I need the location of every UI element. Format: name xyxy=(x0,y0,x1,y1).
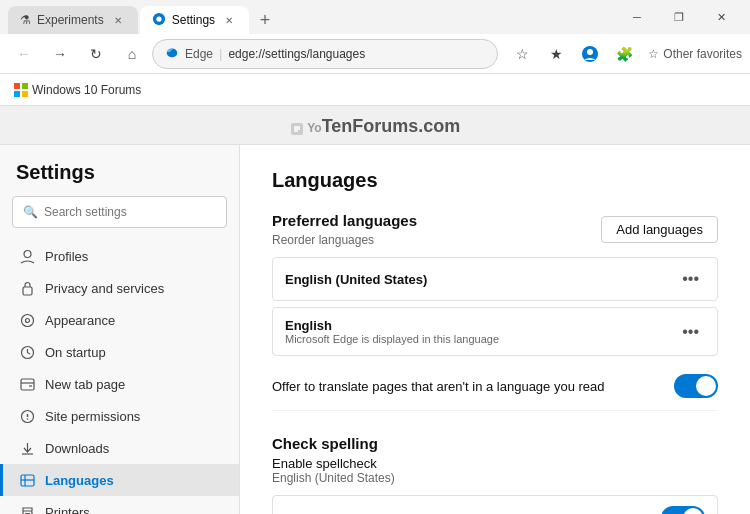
edge-logo-small xyxy=(165,45,179,62)
windows-logo-icon xyxy=(14,83,28,97)
sidebar-item-printers-label: Printers xyxy=(45,505,90,515)
windows-forums-bookmark[interactable]: Windows 10 Forums xyxy=(10,81,145,99)
add-languages-button[interactable]: Add languages xyxy=(601,216,718,243)
other-favorites-label: Other favorites xyxy=(663,47,742,61)
collections-button[interactable]: ★ xyxy=(540,38,572,70)
languages-icon xyxy=(19,472,35,488)
new-tab-button[interactable]: + xyxy=(251,6,279,34)
sidebar-item-profiles-label: Profiles xyxy=(45,249,88,264)
sidebar-item-downloads[interactable]: Downloads xyxy=(0,432,239,464)
language-more-button-en[interactable]: ••• xyxy=(676,321,705,343)
translate-toggle[interactable] xyxy=(674,374,718,398)
settings-tab-label: Settings xyxy=(172,13,215,27)
language-more-button-en-us[interactable]: ••• xyxy=(676,268,705,290)
sidebar-item-privacy[interactable]: Privacy and services xyxy=(0,272,239,304)
home-button[interactable]: ⌂ xyxy=(116,38,148,70)
svg-rect-14 xyxy=(23,287,32,295)
language-name-en-us: English (United States) xyxy=(285,272,427,287)
permissions-icon xyxy=(19,408,35,424)
windows-forums-label: Windows 10 Forums xyxy=(32,83,141,97)
page-title: Languages xyxy=(272,169,718,192)
sidebar-item-languages-label: Languages xyxy=(45,473,114,488)
translate-toggle-thumb xyxy=(696,376,716,396)
enable-spellcheck-subtitle: English (United States) xyxy=(272,471,718,485)
experiments-tab-close[interactable]: ✕ xyxy=(110,12,126,28)
sidebar-item-newtab[interactable]: New tab page xyxy=(0,368,239,400)
main-content: Settings 🔍 Profiles Privacy and services… xyxy=(0,145,750,514)
refresh-button[interactable]: ↻ xyxy=(80,38,112,70)
title-bar: ⚗ Experiments ✕ Settings ✕ + ─ ❐ ✕ xyxy=(0,0,750,34)
sidebar-item-startup-label: On startup xyxy=(45,345,106,360)
sidebar: Settings 🔍 Profiles Privacy and services… xyxy=(0,145,240,514)
watermark-bar: YoTenForums.com xyxy=(0,106,750,145)
svg-point-16 xyxy=(25,318,29,322)
tab-settings[interactable]: Settings ✕ xyxy=(140,6,249,34)
forward-button[interactable]: → xyxy=(44,38,76,70)
address-url: edge://settings/languages xyxy=(228,47,365,61)
svg-point-15 xyxy=(21,314,33,326)
experiments-tab-icon: ⚗ xyxy=(20,13,31,27)
language-name-en: English xyxy=(285,318,499,333)
address-separator: | xyxy=(219,46,222,61)
sidebar-item-profiles[interactable]: Profiles xyxy=(0,240,239,272)
sidebar-item-privacy-label: Privacy and services xyxy=(45,281,164,296)
spell-toggle-en-us-thumb xyxy=(683,508,703,514)
maximize-button[interactable]: ❐ xyxy=(658,0,700,34)
settings-tab-close[interactable]: ✕ xyxy=(221,12,237,28)
printers-icon xyxy=(19,504,35,514)
language-item-en-us: English (United States) ••• xyxy=(272,257,718,301)
sidebar-item-newtab-label: New tab page xyxy=(45,377,125,392)
minimize-button[interactable]: ─ xyxy=(616,0,658,34)
svg-rect-7 xyxy=(14,91,20,97)
watermark-text: YoTenForums.com xyxy=(290,120,461,135)
sidebar-item-languages[interactable]: Languages xyxy=(0,464,239,496)
svg-point-23 xyxy=(26,418,28,420)
favorite-button[interactable]: ☆ xyxy=(506,38,538,70)
preferred-languages-subtitle: Reorder languages xyxy=(272,233,417,247)
enable-spellcheck-label: Enable spellcheck xyxy=(272,456,718,471)
tab-bar: ⚗ Experiments ✕ Settings ✕ + xyxy=(8,0,279,34)
sidebar-item-appearance[interactable]: Appearance xyxy=(0,304,239,336)
sidebar-item-downloads-label: Downloads xyxy=(45,441,109,456)
spell-lang-en-us: English (United States) xyxy=(285,511,427,515)
preferred-languages-title: Preferred languages xyxy=(272,212,417,229)
sidebar-item-permissions-label: Site permissions xyxy=(45,409,140,424)
check-spelling-title: Check spelling xyxy=(272,435,718,452)
svg-rect-8 xyxy=(22,91,28,97)
downloads-icon xyxy=(19,440,35,456)
experiments-tab-label: Experiments xyxy=(37,13,104,27)
tab-experiments[interactable]: ⚗ Experiments ✕ xyxy=(8,6,138,34)
window-controls: ─ ❐ ✕ xyxy=(616,0,742,34)
address-prefix: Edge xyxy=(185,47,213,61)
back-button[interactable]: ← xyxy=(8,38,40,70)
svg-point-13 xyxy=(24,250,31,257)
newtab-icon xyxy=(19,376,35,392)
search-settings-container[interactable]: 🔍 xyxy=(12,196,227,228)
spell-item-en-us: English (United States) xyxy=(272,495,718,514)
check-spelling-section: Check spelling Enable spellcheck English… xyxy=(272,435,718,514)
appearance-icon xyxy=(19,312,35,328)
bookmarks-bar: Windows 10 Forums xyxy=(0,74,750,106)
address-bar[interactable]: Edge | edge://settings/languages xyxy=(152,39,498,69)
toolbar-icons: ☆ ★ 🧩 xyxy=(506,38,640,70)
startup-icon xyxy=(19,344,35,360)
spell-toggle-en-us[interactable] xyxy=(661,506,705,514)
preferred-languages-list: English (United States) ••• English Micr… xyxy=(272,257,718,356)
search-icon: 🔍 xyxy=(23,205,38,219)
other-favorites[interactable]: ☆ Other favorites xyxy=(648,47,742,61)
extensions-button[interactable]: 🧩 xyxy=(608,38,640,70)
sidebar-item-startup[interactable]: On startup xyxy=(0,336,239,368)
language-desc-en: Microsoft Edge is displayed in this lang… xyxy=(285,333,499,345)
navigation-bar: ← → ↻ ⌂ Edge | edge://settings/languages… xyxy=(0,34,750,74)
sidebar-item-permissions[interactable]: Site permissions xyxy=(0,400,239,432)
sidebar-title: Settings xyxy=(0,161,239,196)
close-button[interactable]: ✕ xyxy=(700,0,742,34)
privacy-icon xyxy=(19,280,35,296)
settings-tab-icon xyxy=(152,12,166,29)
other-favorites-icon: ☆ xyxy=(648,47,659,61)
sidebar-item-printers[interactable]: Printers xyxy=(0,496,239,514)
profile-button[interactable] xyxy=(574,38,606,70)
translate-setting-row: Offer to translate pages that aren't in … xyxy=(272,362,718,411)
svg-rect-6 xyxy=(22,83,28,89)
search-settings-input[interactable] xyxy=(44,205,216,219)
